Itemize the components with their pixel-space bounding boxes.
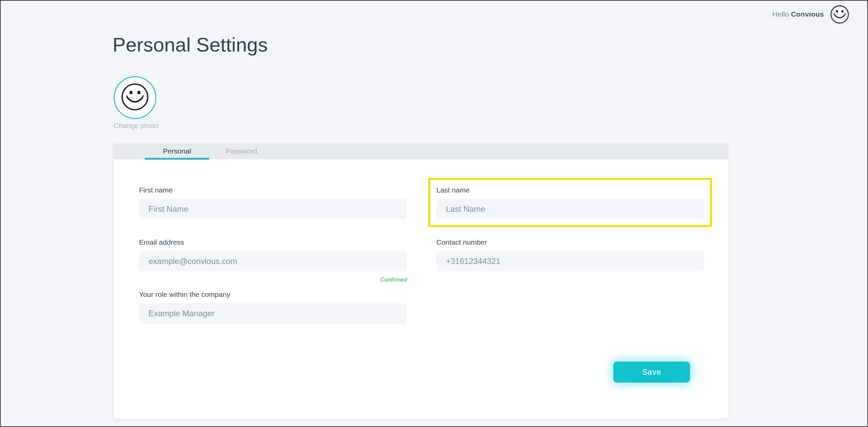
email-confirmed-badge: Confirmed	[139, 277, 407, 283]
tab-password-label: Password	[226, 147, 257, 155]
contact-number-input[interactable]	[436, 251, 704, 271]
role-input[interactable]	[139, 303, 407, 324]
smiley-face-icon	[121, 83, 149, 113]
user-menu-avatar[interactable]	[830, 5, 849, 24]
save-button[interactable]: Save	[613, 362, 690, 383]
smiley-face-icon	[830, 19, 849, 25]
active-tab-underline	[145, 158, 209, 160]
change-photo-link[interactable]: Change photo	[114, 122, 156, 130]
tab-password[interactable]: Password	[209, 143, 274, 159]
settings-tabbar: Personal Password	[114, 143, 728, 159]
role-label: Your role within the company	[139, 290, 407, 299]
personal-settings-page: Hello Convious Personal Settings	[0, 0, 868, 427]
page-title: Personal Settings	[113, 33, 268, 56]
greeting-hello: Hello	[772, 10, 789, 18]
last-name-input[interactable]	[436, 199, 704, 219]
contact-number-field: Contact number	[436, 238, 704, 271]
role-field: Your role within the company	[139, 290, 407, 324]
email-label: Email address	[139, 238, 407, 246]
tab-personal-label: Personal	[163, 147, 191, 155]
settings-card: Personal Password First name Last name E…	[114, 143, 728, 419]
contact-number-label: Contact number	[436, 238, 704, 246]
last-name-label: Last name	[436, 186, 704, 194]
first-name-label: First name	[139, 186, 407, 194]
last-name-field: Last name	[436, 186, 704, 219]
first-name-field: First name	[139, 186, 407, 219]
first-name-input[interactable]	[139, 199, 407, 219]
greeting-username: Convious	[791, 10, 824, 18]
tab-personal[interactable]: Personal	[145, 143, 209, 159]
profile-photo-block: Change photo	[114, 76, 156, 130]
greeting-text: Hello Convious	[772, 10, 824, 18]
email-field: Email address	[139, 238, 407, 271]
email-input[interactable]	[139, 251, 407, 271]
profile-avatar[interactable]	[114, 76, 156, 119]
